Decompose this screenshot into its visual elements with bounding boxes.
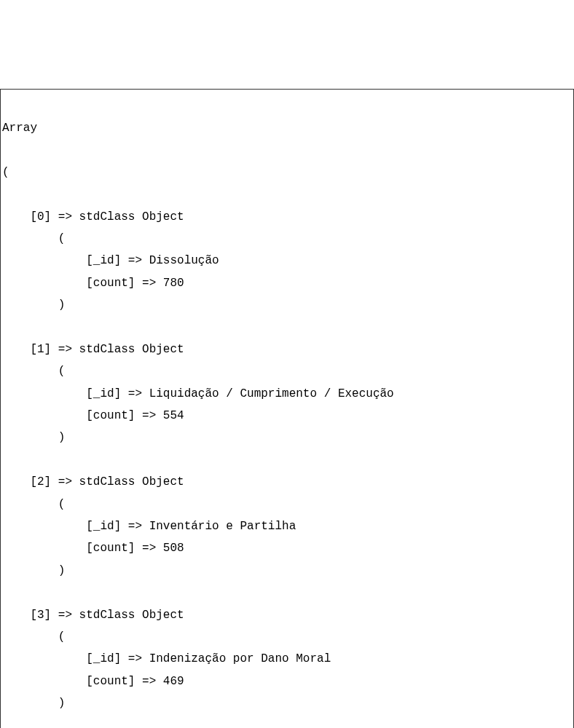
blank-line bbox=[2, 715, 572, 729]
array-index-line: [0] => stdClass Object bbox=[2, 206, 572, 228]
object-id-line: [_id] => Dissolução bbox=[2, 250, 572, 272]
object-open-paren: ( bbox=[2, 228, 572, 250]
object-open-paren: ( bbox=[2, 626, 572, 648]
blank-line bbox=[2, 316, 572, 338]
object-close-paren: ) bbox=[2, 427, 572, 448]
array-index-line: [1] => stdClass Object bbox=[2, 339, 572, 360]
object-id-line: [_id] => Liquidação / Cumprimento / Exec… bbox=[2, 383, 572, 405]
array-index-line: [3] => stdClass Object bbox=[2, 604, 572, 626]
blank-line bbox=[2, 449, 572, 471]
array-label: Array bbox=[2, 117, 572, 139]
array-items: [0] => stdClass Object([_id] => Dissoluç… bbox=[2, 206, 572, 728]
object-count-line: [count] => 469 bbox=[2, 670, 572, 692]
code-output-box: Array ( [0] => stdClass Object([_id] => … bbox=[0, 89, 574, 728]
object-close-paren: ) bbox=[2, 294, 572, 316]
object-close-paren: ) bbox=[2, 692, 572, 714]
open-paren: ( bbox=[2, 162, 572, 183]
object-count-line: [count] => 780 bbox=[2, 272, 572, 294]
object-id-line: [_id] => Inventário e Partilha bbox=[2, 515, 572, 537]
object-id-line: [_id] => Indenização por Dano Moral bbox=[2, 648, 572, 670]
object-count-line: [count] => 554 bbox=[2, 405, 572, 427]
object-close-paren: ) bbox=[2, 560, 572, 582]
blank-line bbox=[2, 582, 572, 604]
object-open-paren: ( bbox=[2, 360, 572, 382]
array-index-line: [2] => stdClass Object bbox=[2, 471, 572, 493]
object-open-paren: ( bbox=[2, 494, 572, 515]
object-count-line: [count] => 508 bbox=[2, 537, 572, 559]
